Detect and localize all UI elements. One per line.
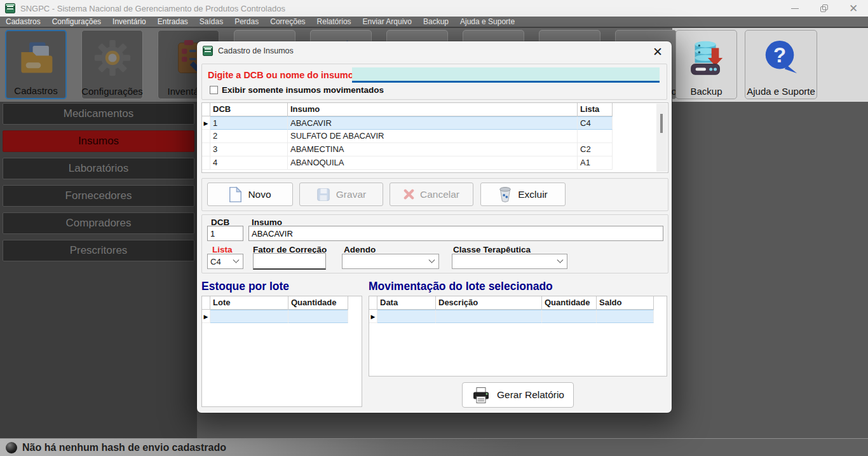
table-row[interactable]: ▶ 1 ABACAVIR C4: [202, 116, 668, 130]
menu-item-enviar-arquivo[interactable]: Enviar Arquivo: [357, 17, 417, 26]
status-text: Não há nenhum hash de envio cadastrado: [22, 442, 226, 453]
toolbar-tile-cadastros[interactable]: Cadastros: [5, 30, 67, 99]
fator-field[interactable]: [253, 253, 326, 270]
excluir-button[interactable]: Excluir: [480, 183, 566, 206]
cell-dcb: 3: [210, 143, 288, 156]
dialog-cadastro-insumos: Cadastro de Insumos ✕ Digite a DCB ou no…: [197, 41, 672, 413]
cell-lista: C4: [578, 116, 613, 130]
insumos-table[interactable]: DCB Insumo Lista ▶ 1 ABACAVIR C4 2 SULFA…: [201, 102, 668, 173]
menu-bar: Cadastros Configurações Inventário Entra…: [0, 17, 868, 27]
menu-divider: [0, 27, 868, 28]
close-icon[interactable]: ✕: [650, 45, 665, 59]
row-selector-icon: ▶: [204, 314, 208, 320]
sidebar-item-medicamentos[interactable]: Medicamentos: [3, 103, 194, 125]
gear-icon: [82, 31, 142, 85]
column-header-quantidade[interactable]: Quantidade: [542, 296, 597, 310]
close-icon[interactable]: ✕: [839, 0, 868, 17]
search-label: Digite a DCB ou nome do insumo: [208, 70, 354, 80]
table-scrollbar[interactable]: [656, 104, 667, 172]
insumo-field[interactable]: [248, 226, 663, 241]
adendo-label: Adendo: [344, 245, 376, 254]
toolbar-label: Configurações: [81, 85, 143, 98]
row-selector-icon: ▶: [371, 314, 376, 320]
column-header-insumo[interactable]: Insumo: [288, 103, 578, 116]
movimentacao-table-header: Data Descrição Quantidade Saldo: [369, 296, 667, 310]
insumos-table-header: DCB Insumo Lista: [202, 103, 668, 116]
new-document-icon: [229, 186, 242, 203]
menu-item-entradas[interactable]: Entradas: [152, 17, 194, 26]
table-row[interactable]: 2 SULFATO DE ABACAVIR: [202, 130, 668, 143]
sidebar-item-prescritores[interactable]: Prescritores: [3, 240, 194, 261]
cell-dcb: 2: [210, 130, 288, 143]
sidebar-item-insumos[interactable]: Insumos: [3, 130, 194, 152]
toolbar-tile-configuracoes[interactable]: Configurações: [81, 30, 143, 99]
table-row[interactable]: 3 ABAMECTINA C2: [202, 143, 668, 156]
cell-dcb: 1: [210, 116, 288, 130]
sidebar-item-fornecedores[interactable]: Fornecedores: [3, 185, 194, 207]
gerar-relatorio-button[interactable]: Gerar Relatório: [462, 382, 574, 408]
dcb-field[interactable]: [207, 226, 243, 241]
column-header-saldo[interactable]: Saldo: [597, 296, 654, 310]
gerar-relatorio-label: Gerar Relatório: [497, 389, 564, 401]
column-header-dcb[interactable]: DCB: [210, 103, 288, 116]
menu-item-ajuda[interactable]: Ajuda e Suporte: [454, 17, 520, 26]
table-row[interactable]: 4 ABANOQUILA A1: [202, 156, 668, 170]
toolbar-tile-backup[interactable]: Backup: [675, 30, 737, 99]
cell-insumo: ABAMECTINA: [288, 143, 578, 156]
menu-item-configuracoes[interactable]: Configurações: [46, 17, 107, 26]
table-row[interactable]: ▶: [369, 310, 667, 323]
chevron-down-icon: [233, 256, 240, 263]
cell-insumo: ABACAVIR: [288, 116, 578, 130]
help-bubble-icon: ?: [745, 31, 817, 85]
window-titlebar: SNGPC - Sistema Nacional de Gerenciament…: [0, 0, 868, 17]
column-header-lote[interactable]: Lote: [210, 296, 288, 310]
menu-item-inventario[interactable]: Inventário: [107, 17, 152, 26]
cell-lista: A1: [578, 156, 613, 170]
cancel-x-icon: [403, 189, 414, 200]
sidebar-item-compradores[interactable]: Compradores: [3, 212, 194, 234]
movimentacao-table[interactable]: Data Descrição Quantidade Saldo ▶: [369, 296, 667, 377]
menu-item-correcoes[interactable]: Correções: [264, 17, 311, 26]
excluir-button-label: Excluir: [518, 189, 548, 200]
movimentados-checkbox[interactable]: [210, 86, 218, 94]
column-header-quantidade[interactable]: Quantidade: [288, 296, 348, 310]
lista-label: Lista: [212, 245, 233, 254]
trash-bin-icon: [498, 186, 512, 203]
menu-item-relatorios[interactable]: Relatórios: [311, 17, 357, 26]
menu-item-perdas[interactable]: Perdas: [229, 17, 264, 26]
menu-item-cadastros[interactable]: Cadastros: [0, 17, 46, 26]
movimentacao-heading: Movimentação do lote selecionado: [369, 280, 553, 293]
cancelar-button-label: Cancelar: [420, 189, 459, 200]
svg-text:?: ?: [773, 43, 786, 66]
column-header-data[interactable]: Data: [377, 296, 436, 310]
classe-label: Classe Terapêutica: [453, 245, 531, 254]
scrollbar-thumb[interactable]: [660, 114, 663, 133]
cell-lista: C2: [578, 143, 613, 156]
column-header-descricao[interactable]: Descrição: [436, 296, 542, 310]
minimize-icon[interactable]: [780, 0, 810, 17]
novo-button[interactable]: Novo: [207, 183, 293, 206]
adendo-select[interactable]: [342, 254, 439, 269]
search-input[interactable]: [352, 67, 660, 83]
search-groupbox: Digite a DCB ou nome do insumo Exibir so…: [201, 64, 667, 100]
classe-select[interactable]: [452, 254, 567, 269]
column-header-lista[interactable]: Lista: [578, 103, 613, 116]
estoque-table[interactable]: Lote Quantidade ▶: [201, 296, 362, 407]
menu-item-backup[interactable]: Backup: [417, 17, 454, 26]
sphere-icon: [6, 442, 17, 453]
table-row[interactable]: ▶: [202, 310, 362, 323]
sngpc-logo-icon: [5, 3, 15, 13]
gravar-button[interactable]: Gravar: [299, 183, 383, 206]
form-groupbox: DCB Insumo Lista C4 Fator de Correção Ad…: [201, 214, 668, 273]
cancelar-button[interactable]: Cancelar: [390, 183, 473, 206]
maximize-icon[interactable]: [810, 0, 839, 17]
toolbar-tile-ajuda[interactable]: ? Ajuda e Suporte: [745, 30, 817, 99]
printer-icon: [471, 387, 491, 404]
lista-select[interactable]: C4: [207, 254, 243, 269]
gravar-button-label: Gravar: [336, 189, 366, 200]
toolbar-label: Ajuda e Suporte: [747, 85, 815, 98]
menu-item-saidas[interactable]: Saídas: [194, 17, 229, 26]
estoque-table-header: Lote Quantidade: [202, 296, 362, 310]
dialog-titlebar: Cadastro de Insumos: [197, 41, 672, 60]
sidebar-item-laboratorios[interactable]: Laboratórios: [3, 158, 194, 179]
